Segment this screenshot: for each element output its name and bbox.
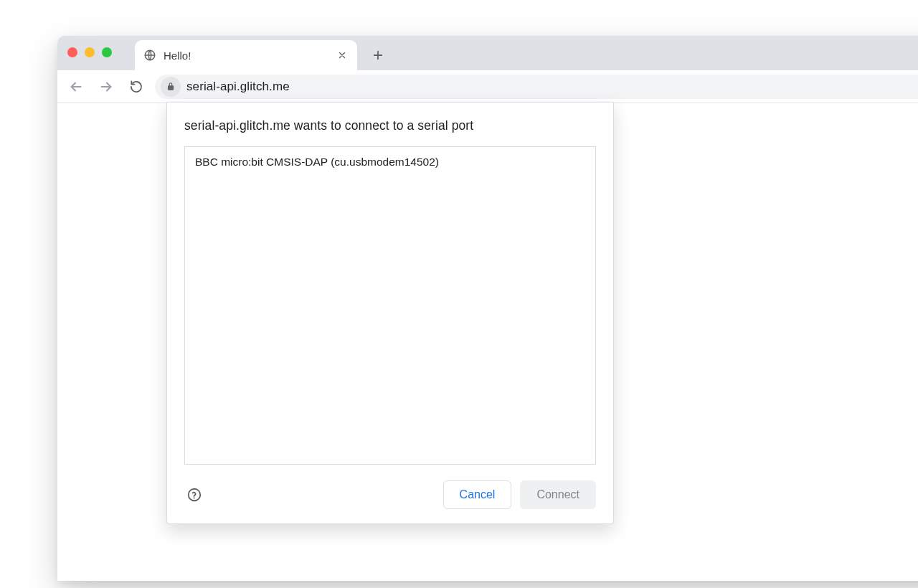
tab-strip: Hello! <box>57 36 918 70</box>
back-button[interactable] <box>65 75 87 98</box>
globe-icon <box>143 49 156 62</box>
forward-button[interactable] <box>95 75 118 98</box>
device-list-item[interactable]: BBC micro:bit CMSIS-DAP (cu.usbmodem1450… <box>185 147 595 177</box>
window-zoom-button[interactable] <box>102 47 112 57</box>
device-list[interactable]: BBC micro:bit CMSIS-DAP (cu.usbmodem1450… <box>184 146 596 465</box>
reload-button[interactable] <box>125 75 148 98</box>
address-bar[interactable]: serial-api.glitch.me <box>155 75 918 99</box>
tab-title: Hello! <box>164 49 328 62</box>
page-content: serial-api.glitch.me wants to connect to… <box>57 103 918 581</box>
browser-tab[interactable]: Hello! <box>135 40 357 70</box>
connect-button[interactable]: Connect <box>520 480 596 509</box>
url-text: serial-api.glitch.me <box>186 80 290 94</box>
window-close-button[interactable] <box>67 47 77 57</box>
site-info-button[interactable] <box>161 77 181 97</box>
cancel-button[interactable]: Cancel <box>443 480 512 509</box>
serial-port-permission-dialog: serial-api.glitch.me wants to connect to… <box>166 102 614 524</box>
toolbar: serial-api.glitch.me <box>57 70 918 103</box>
dialog-title: serial-api.glitch.me wants to connect to… <box>184 118 596 133</box>
dialog-footer: Cancel Connect <box>184 480 596 509</box>
window-minimize-button[interactable] <box>85 47 95 57</box>
help-button[interactable] <box>184 485 204 505</box>
browser-window: Hello! <box>57 36 918 581</box>
tab-close-button[interactable] <box>336 49 349 62</box>
svg-point-2 <box>194 498 195 499</box>
window-controls <box>67 47 112 57</box>
new-tab-button[interactable] <box>367 44 389 66</box>
